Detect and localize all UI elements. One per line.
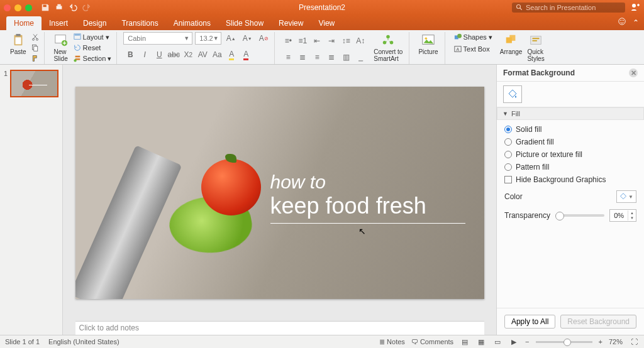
zoom-out-button[interactable]: − (525, 338, 529, 345)
svg-rect-20 (75, 56, 80, 58)
underline-button[interactable]: U (152, 48, 166, 61)
highlight-button[interactable]: A (225, 48, 238, 61)
window-close[interactable] (4, 4, 11, 11)
save-icon[interactable] (41, 3, 50, 12)
undo-icon[interactable] (69, 3, 77, 12)
sorter-view-icon[interactable]: ▦ (476, 337, 486, 346)
apply-all-button[interactable]: Apply to All (504, 315, 555, 329)
language-status[interactable]: English (United States) (48, 338, 119, 345)
align-left-button[interactable]: ≡ (281, 51, 295, 63)
notes-toggle[interactable]: ≣ Notes (379, 338, 405, 346)
color-picker-button[interactable]: ▼ (616, 190, 636, 203)
reset-background-button[interactable]: Reset Background (560, 315, 636, 329)
quick-styles-button[interactable]: Quick Styles (525, 32, 547, 63)
smiley-icon[interactable] (618, 17, 626, 28)
window-minimize[interactable] (14, 4, 21, 11)
tab-home[interactable]: Home (6, 16, 42, 30)
paste-button[interactable]: Paste (8, 32, 29, 57)
indent-left-button[interactable]: ⇤ (310, 35, 324, 47)
font-name-combo[interactable]: Cabin▼ (123, 32, 192, 45)
tab-review[interactable]: Review (271, 16, 311, 30)
align-center-button[interactable]: ≣ (296, 51, 309, 63)
slide-canvas[interactable]: how to keep food fresh ↖ (75, 87, 484, 299)
picture-fill-radio[interactable]: Picture or texture fill (504, 150, 636, 159)
svg-rect-19 (74, 35, 80, 36)
status-bar: Slide 1 of 1 English (United States) ≣ N… (0, 335, 644, 348)
fit-window-icon[interactable]: ⛶ (629, 337, 639, 346)
increase-font-button[interactable]: A▲ (224, 32, 238, 45)
close-pane-button[interactable]: ✕ (629, 68, 638, 77)
superscript-button[interactable]: X2 (181, 48, 195, 61)
font-color-button[interactable]: A (239, 48, 253, 61)
convert-smartart-button[interactable]: Convert to SmartArt (371, 32, 405, 63)
tab-slideshow[interactable]: Slide Show (218, 16, 271, 30)
cut-button[interactable] (30, 32, 40, 42)
arrange-button[interactable]: Arrange (497, 32, 525, 57)
new-slide-button[interactable]: New Slide (51, 32, 71, 63)
copy-button[interactable] (30, 43, 40, 53)
fill-section-header[interactable]: ▼Fill (497, 107, 644, 120)
gradient-fill-radio[interactable]: Gradient fill (504, 138, 636, 146)
transparency-label: Transparency (504, 211, 550, 220)
normal-view-icon[interactable]: ▤ (460, 337, 470, 346)
picture-button[interactable]: Picture (416, 32, 440, 57)
textbox-button[interactable]: AText Box (453, 44, 494, 54)
tab-insert[interactable]: Insert (42, 16, 75, 30)
hide-bg-checkbox[interactable]: Hide Background Graphics (504, 175, 636, 184)
shapes-button[interactable]: Shapes ▾ (453, 32, 494, 42)
cursor-icon: ↖ (358, 226, 366, 236)
change-case-button[interactable]: Aa (210, 48, 224, 61)
tab-transitions[interactable]: Transitions (114, 16, 165, 30)
solid-fill-radio[interactable]: Solid fill (504, 125, 636, 134)
decrease-font-button[interactable]: A▼ (240, 32, 254, 45)
indent-right-button[interactable]: ⇥ (325, 35, 338, 47)
svg-text:A: A (456, 47, 459, 52)
transparency-spinner[interactable]: 0%▲▼ (609, 209, 636, 222)
share-icon[interactable] (630, 2, 640, 14)
bullets-button[interactable]: ≡• (281, 35, 295, 47)
bold-button[interactable]: B (123, 48, 137, 61)
svg-rect-2 (57, 4, 60, 6)
numbering-button[interactable]: ≡1 (296, 35, 309, 47)
pattern-fill-radio[interactable]: Pattern fill (504, 163, 636, 171)
window-maximize[interactable] (25, 4, 32, 11)
tab-view[interactable]: View (311, 16, 342, 30)
search-box[interactable] (512, 3, 625, 13)
zoom-level[interactable]: 72% (609, 338, 623, 345)
line-spacing-button[interactable]: ↕≡ (339, 35, 353, 47)
slideshow-view-icon[interactable]: ▶ (509, 337, 519, 346)
char-spacing-button[interactable]: AV (196, 48, 209, 61)
clear-format-button[interactable]: A⊘ (257, 32, 270, 45)
format-background-pane: Format Background ✕ ▼Fill Solid fill Gra… (496, 65, 644, 335)
redo-icon[interactable] (82, 3, 91, 12)
tab-animations[interactable]: Animations (166, 16, 218, 30)
align-text-button[interactable]: ⎯ (353, 51, 367, 63)
collapse-ribbon-icon[interactable]: ⌃ (633, 18, 639, 27)
italic-button[interactable]: I (138, 48, 152, 61)
zoom-in-button[interactable]: + (599, 338, 602, 345)
align-right-button[interactable]: ≡ (310, 51, 324, 63)
zoom-slider[interactable] (536, 341, 592, 343)
font-size-combo[interactable]: 13.2▼ (195, 32, 221, 45)
strike-button[interactable]: abc (167, 48, 180, 61)
print-icon[interactable] (55, 3, 64, 12)
justify-button[interactable]: ≣ (325, 51, 338, 63)
slide-title-text[interactable]: how to keep food fresh (270, 171, 465, 224)
notes-field[interactable]: Click to add notes (75, 321, 484, 335)
fill-tab-icon[interactable] (503, 85, 522, 103)
reset-button[interactable]: Reset (72, 43, 113, 53)
color-label: Color (504, 192, 523, 201)
layout-button[interactable]: Layout ▾ (72, 32, 113, 42)
text-direction-button[interactable]: A↕ (353, 35, 367, 47)
tab-design[interactable]: Design (75, 16, 114, 30)
slide-thumbnail-1[interactable] (10, 70, 58, 97)
section-button[interactable]: Section ▾ (72, 53, 113, 63)
svg-point-5 (632, 4, 636, 8)
search-input[interactable] (526, 4, 620, 11)
format-painter-button[interactable] (30, 53, 40, 63)
comments-toggle[interactable]: 🗨 Comments (411, 338, 453, 345)
transparency-slider[interactable] (555, 214, 604, 217)
columns-button[interactable]: ▥ (339, 51, 353, 63)
slide-count[interactable]: Slide 1 of 1 (5, 338, 40, 345)
reading-view-icon[interactable]: ▭ (492, 337, 502, 346)
